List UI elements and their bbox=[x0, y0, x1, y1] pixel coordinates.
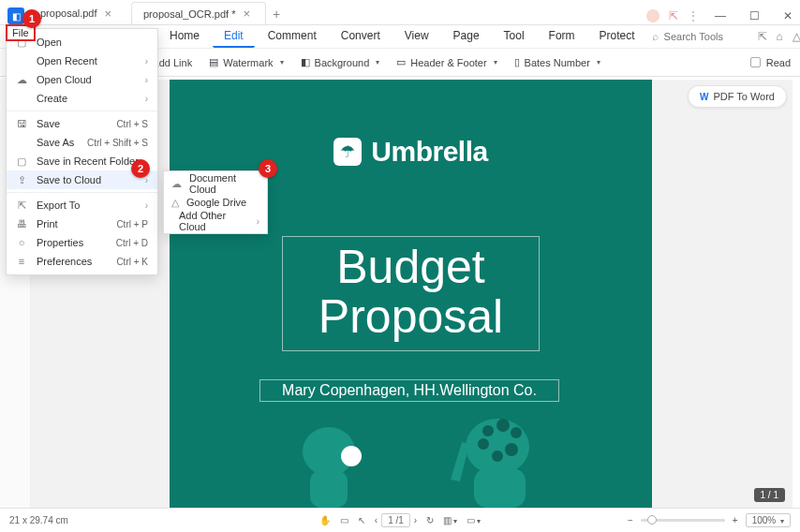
label: PDF To Word bbox=[713, 91, 775, 102]
background-button[interactable]: ◧Background▾ bbox=[301, 56, 380, 68]
svg-point-4 bbox=[482, 425, 494, 436]
file-menu: ▢Open Open Recent› ☁Open Cloud› Create› … bbox=[6, 28, 158, 275]
menu-form[interactable]: Form bbox=[538, 25, 586, 48]
badge-1: 1 bbox=[22, 9, 41, 28]
badge-2: 2 bbox=[131, 159, 150, 178]
menu-comment[interactable]: Comment bbox=[257, 25, 328, 48]
chevron-right-icon: › bbox=[145, 200, 148, 211]
header-footer-button[interactable]: ▭Header & Footer▾ bbox=[396, 56, 496, 68]
label: Bates Number bbox=[525, 57, 590, 68]
submenu-document-cloud[interactable]: ☁Document Cloud bbox=[164, 174, 267, 193]
word-icon: W bbox=[700, 92, 708, 102]
menu-home[interactable]: Home bbox=[158, 25, 211, 48]
zoom-out-icon[interactable]: − bbox=[628, 515, 633, 525]
read-checkbox[interactable] bbox=[750, 57, 761, 67]
search-input[interactable] bbox=[664, 31, 739, 42]
menu-page[interactable]: Page bbox=[442, 25, 491, 48]
watermark-button[interactable]: ▤Watermark▾ bbox=[209, 56, 283, 68]
file-save-as[interactable]: Save AsCtrl + Shift + S bbox=[7, 133, 157, 152]
menu-tool[interactable]: Tool bbox=[493, 25, 536, 48]
close-icon[interactable]: × bbox=[243, 7, 250, 21]
document-page[interactable]: ☂ Umbrella Budget Proposal Mary Copenhag… bbox=[170, 80, 652, 508]
label: Watermark bbox=[223, 57, 273, 68]
menu-edit[interactable]: Edit bbox=[213, 25, 255, 48]
save-icon: 🖫 bbox=[16, 118, 27, 129]
close-icon[interactable]: × bbox=[105, 7, 112, 21]
title-box[interactable]: Budget Proposal bbox=[282, 236, 540, 351]
chevron-right-icon: › bbox=[257, 216, 259, 227]
layout-icon[interactable]: ▥▾ bbox=[443, 515, 457, 525]
brand-icon: ☂ bbox=[333, 138, 362, 166]
file-properties[interactable]: ○PropertiesCtrl + D bbox=[7, 233, 157, 252]
file-export-to[interactable]: ⇱Export To› bbox=[7, 196, 157, 214]
search-icon: ⌕ bbox=[652, 30, 659, 43]
tab-proposal-ocr[interactable]: proposal_OCR.pdf * × bbox=[131, 2, 266, 24]
print-icon: 🖶 bbox=[16, 218, 27, 229]
header-icon: ▭ bbox=[396, 56, 406, 68]
prev-page-icon[interactable]: ‹ bbox=[375, 515, 378, 525]
cloud-icon: ☁ bbox=[171, 178, 182, 190]
tab-label: proposal_OCR.pdf * bbox=[143, 8, 235, 20]
zoom-slider[interactable] bbox=[641, 519, 725, 522]
submenu-add-other-cloud[interactable]: Add Other Cloud› bbox=[164, 212, 267, 230]
bates-number-button[interactable]: ▯Bates Number▾ bbox=[514, 56, 600, 68]
title-line1: Budget bbox=[292, 243, 529, 292]
file-open-cloud[interactable]: ☁Open Cloud› bbox=[7, 70, 157, 89]
menu-convert[interactable]: Convert bbox=[330, 25, 392, 48]
cloud-icon: ☁ bbox=[16, 74, 27, 86]
watermark-icon: ▤ bbox=[209, 56, 218, 68]
select-tool-icon[interactable]: ▭ bbox=[340, 515, 348, 525]
share-icon[interactable]: ⇱ bbox=[669, 9, 678, 22]
svg-point-5 bbox=[496, 419, 510, 432]
page-dimensions: 21 x 29.74 cm bbox=[9, 515, 68, 525]
hand-tool-icon[interactable]: ✋ bbox=[319, 515, 331, 525]
fit-icon[interactable]: ▭▾ bbox=[467, 515, 481, 525]
menu-protect[interactable]: Protect bbox=[588, 25, 646, 48]
cloud-up-icon: ⇪ bbox=[16, 174, 27, 186]
file-preferences[interactable]: ≡PreferencesCtrl + K bbox=[7, 252, 157, 271]
add-tab-button[interactable]: + bbox=[266, 4, 287, 24]
svg-rect-1 bbox=[310, 470, 348, 508]
file-save[interactable]: 🖫SaveCtrl + S bbox=[7, 114, 157, 133]
main-menu: Home Edit Comment Convert View Page Tool… bbox=[158, 25, 646, 48]
brand-name: Umbrella bbox=[371, 136, 487, 168]
illustration bbox=[170, 405, 652, 508]
save-to-cloud-submenu: ☁Document Cloud △Google Drive Add Other … bbox=[163, 170, 268, 234]
rotate-icon[interactable]: ↻ bbox=[426, 515, 434, 525]
label: Background bbox=[315, 57, 370, 68]
badge-3: 3 bbox=[259, 159, 277, 178]
tab-proposal[interactable]: proposal.pdf × bbox=[28, 2, 131, 24]
cloud-sync-icon[interactable] bbox=[646, 9, 659, 22]
file-open-recent[interactable]: Open Recent› bbox=[7, 52, 157, 70]
svg-point-10 bbox=[341, 446, 362, 466]
next-page-icon[interactable]: › bbox=[414, 515, 417, 525]
menu-view[interactable]: View bbox=[393, 25, 440, 48]
file-create[interactable]: Create› bbox=[7, 89, 157, 108]
cloud-icon[interactable]: ⌂ bbox=[777, 30, 783, 43]
page-navigation[interactable]: ‹ 1 /1 › bbox=[375, 513, 417, 527]
label: Header & Footer bbox=[410, 57, 486, 68]
subtitle[interactable]: Mary Copenhagen, HH.Wellington Co. bbox=[259, 379, 559, 402]
statusbar: 21 x 29.74 cm ✋ ▭ ↖ ‹ 1 /1 › ↻ ▥▾ ▭▾ − +… bbox=[0, 508, 800, 532]
more-icon[interactable]: ⋮ bbox=[688, 9, 699, 22]
title-line2: Proposal bbox=[292, 292, 529, 342]
chevron-right-icon: › bbox=[145, 56, 148, 66]
svg-point-9 bbox=[492, 451, 503, 462]
zoom-in-icon[interactable]: + bbox=[733, 515, 738, 525]
file-print[interactable]: 🖶PrintCtrl + P bbox=[7, 214, 157, 233]
arrow-tool-icon[interactable]: ↖ bbox=[358, 515, 365, 525]
svg-point-6 bbox=[511, 427, 522, 438]
zoom-level[interactable]: 100% ▾ bbox=[746, 513, 791, 527]
chevron-right-icon: › bbox=[145, 94, 148, 104]
close-button[interactable]: ✕ bbox=[776, 7, 800, 24]
page-badge: 1 / 1 bbox=[754, 488, 785, 502]
settings-icon[interactable]: △ bbox=[793, 30, 800, 43]
submenu-google-drive[interactable]: △Google Drive bbox=[164, 193, 267, 212]
minimize-button[interactable]: — bbox=[708, 7, 733, 24]
tab-label: proposal.pdf bbox=[40, 7, 97, 19]
maximize-button[interactable]: ☐ bbox=[742, 7, 766, 24]
pdf-to-word-button[interactable]: W PDF To Word bbox=[688, 85, 787, 108]
svg-point-7 bbox=[478, 438, 489, 450]
export-icon: ⇱ bbox=[16, 200, 27, 212]
export-icon[interactable]: ⇱ bbox=[758, 30, 767, 43]
